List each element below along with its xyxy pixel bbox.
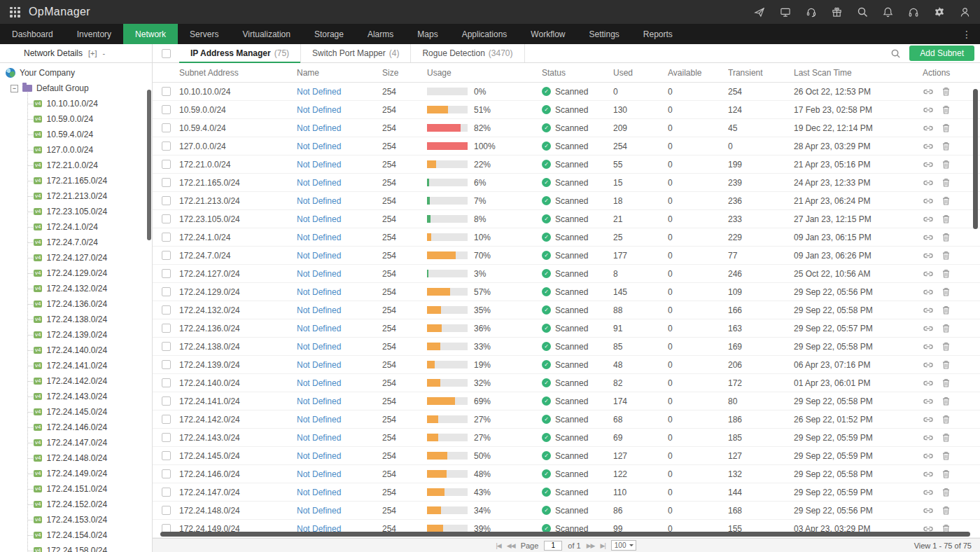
nav-item-dashboard[interactable]: Dashboard <box>0 24 65 44</box>
nav-overflow-icon[interactable]: ⋮ <box>953 24 980 44</box>
table-horizontal-scrollbar-thumb[interactable] <box>160 532 970 537</box>
nav-item-storage[interactable]: Storage <box>302 24 356 44</box>
collapse-toggle-icon[interactable]: − <box>10 85 18 92</box>
tree-node-subnet[interactable]: v4127.0.0.0/24 <box>0 142 152 158</box>
tree-node-subnet[interactable]: v4172.24.151.0/24 <box>0 481 152 497</box>
subnet-name-link[interactable]: Not Defined <box>297 269 382 279</box>
nav-item-reports[interactable]: Reports <box>631 24 685 44</box>
tree-node-subnet[interactable]: v4172.24.136.0/24 <box>0 296 152 312</box>
delete-action-icon[interactable] <box>942 196 950 205</box>
tree-node-subnet[interactable]: v4172.24.1.0/24 <box>0 219 152 235</box>
helpdesk-icon[interactable] <box>806 7 817 18</box>
bell-icon[interactable] <box>883 6 893 18</box>
subnet-name-link[interactable]: Not Defined <box>297 378 382 388</box>
tree-node-subnet[interactable]: v4172.24.140.0/24 <box>0 343 152 358</box>
subnet-name-link[interactable]: Not Defined <box>297 415 382 425</box>
row-checkbox[interactable] <box>162 105 171 114</box>
link-action-icon[interactable] <box>923 88 934 96</box>
tree-node-subnet[interactable]: v4172.24.145.0/24 <box>0 404 152 420</box>
nav-item-virtualization[interactable]: Virtualization <box>230 24 302 44</box>
row-checkbox[interactable] <box>162 87 171 96</box>
tree-expand-all-button[interactable]: [+] <box>88 49 97 57</box>
tree-node-subnet[interactable]: v410.59.0.0/24 <box>0 111 152 127</box>
row-checkbox[interactable] <box>162 214 171 223</box>
delete-action-icon[interactable] <box>942 214 950 223</box>
pagination-last-button[interactable]: ▶| <box>601 542 606 549</box>
tree-node-subnet[interactable]: v410.59.4.0/24 <box>0 127 152 142</box>
delete-action-icon[interactable] <box>942 378 950 387</box>
row-checkbox[interactable] <box>162 196 171 205</box>
tree-node-subnet[interactable]: v4172.24.149.0/24 <box>0 466 152 481</box>
tree-node-subnet[interactable]: v4172.23.105.0/24 <box>0 204 152 219</box>
gear-icon[interactable] <box>934 6 945 18</box>
delete-action-icon[interactable] <box>942 342 950 351</box>
link-action-icon[interactable] <box>923 397 934 406</box>
link-action-icon[interactable] <box>923 452 934 460</box>
row-checkbox[interactable] <box>162 488 171 497</box>
delete-action-icon[interactable] <box>942 287 950 296</box>
tree-node-subnet[interactable]: v4172.24.7.0/24 <box>0 235 152 250</box>
delete-action-icon[interactable] <box>942 396 950 406</box>
tree-node-company[interactable]: Your Company <box>0 65 152 81</box>
row-checkbox[interactable] <box>162 160 171 169</box>
link-action-icon[interactable] <box>923 270 934 278</box>
delete-action-icon[interactable] <box>942 105 950 114</box>
delete-action-icon[interactable] <box>942 433 950 442</box>
row-checkbox[interactable] <box>162 469 171 478</box>
link-action-icon[interactable] <box>923 343 934 351</box>
tree-vertical-scrollbar-thumb[interactable] <box>147 90 151 240</box>
tab-switch-port-mapper[interactable]: Switch Port Mapper (4) <box>301 44 411 62</box>
delete-action-icon[interactable] <box>942 233 950 242</box>
delete-action-icon[interactable] <box>942 269 950 278</box>
page-size-select[interactable]: 100 <box>611 540 637 551</box>
subnet-name-link[interactable]: Not Defined <box>297 123 382 133</box>
subnet-name-link[interactable]: Not Defined <box>297 506 382 516</box>
tree-node-subnet[interactable]: v4172.21.0.0/24 <box>0 158 152 173</box>
subnet-name-link[interactable]: Not Defined <box>297 214 382 224</box>
headset-icon[interactable] <box>908 7 919 18</box>
subnet-name-link[interactable]: Not Defined <box>297 142 382 151</box>
row-checkbox[interactable] <box>162 433 171 442</box>
delete-action-icon[interactable] <box>942 87 950 96</box>
tree-node-subnet[interactable]: v4172.21.213.0/24 <box>0 188 152 204</box>
link-action-icon[interactable] <box>923 124 934 132</box>
row-checkbox[interactable] <box>162 305 171 315</box>
link-action-icon[interactable] <box>923 215 934 223</box>
delete-action-icon[interactable] <box>942 360 950 369</box>
delete-action-icon[interactable] <box>942 251 950 260</box>
tree-node-subnet[interactable]: v4172.24.158.0/24 <box>0 543 152 552</box>
tab-ip-address-manager[interactable]: IP Address Manager (75) <box>179 44 301 62</box>
row-checkbox[interactable] <box>162 360 171 369</box>
delete-action-icon[interactable] <box>942 506 950 515</box>
row-checkbox[interactable] <box>162 378 171 387</box>
row-checkbox[interactable] <box>162 287 171 296</box>
subnet-name-link[interactable]: Not Defined <box>297 360 382 370</box>
link-action-icon[interactable] <box>923 106 934 114</box>
tree-node-subnet[interactable]: v4172.24.141.0/24 <box>0 358 152 373</box>
subnet-name-link[interactable]: Not Defined <box>297 488 382 497</box>
link-action-icon[interactable] <box>923 288 934 296</box>
row-checkbox[interactable] <box>162 342 171 351</box>
tree-node-subnet[interactable]: v4172.24.148.0/24 <box>0 450 152 466</box>
nav-item-servers[interactable]: Servers <box>178 24 230 44</box>
link-action-icon[interactable] <box>923 251 934 260</box>
delete-action-icon[interactable] <box>942 178 950 187</box>
search-icon[interactable] <box>857 6 868 18</box>
link-action-icon[interactable] <box>923 142 934 151</box>
tree-node-subnet[interactable]: v4172.24.127.0/24 <box>0 250 152 265</box>
link-action-icon[interactable] <box>923 197 934 205</box>
add-subnet-button[interactable]: Add Subnet <box>909 46 974 61</box>
delete-action-icon[interactable] <box>942 324 950 333</box>
gift-icon[interactable] <box>832 7 842 18</box>
nav-item-settings[interactable]: Settings <box>577 24 631 44</box>
delete-action-icon[interactable] <box>942 451 950 460</box>
user-icon[interactable] <box>960 7 970 18</box>
tree-node-subnet[interactable]: v4172.24.132.0/24 <box>0 281 152 296</box>
row-checkbox[interactable] <box>162 506 171 515</box>
tree-node-subnet[interactable]: v410.10.10.0/24 <box>0 96 152 111</box>
link-action-icon[interactable] <box>923 506 934 515</box>
tree-node-subnet[interactable]: v4172.24.138.0/24 <box>0 312 152 327</box>
link-action-icon[interactable] <box>923 361 934 369</box>
nav-item-alarms[interactable]: Alarms <box>356 24 405 44</box>
tree-node-subnet[interactable]: v4172.24.153.0/24 <box>0 512 152 527</box>
